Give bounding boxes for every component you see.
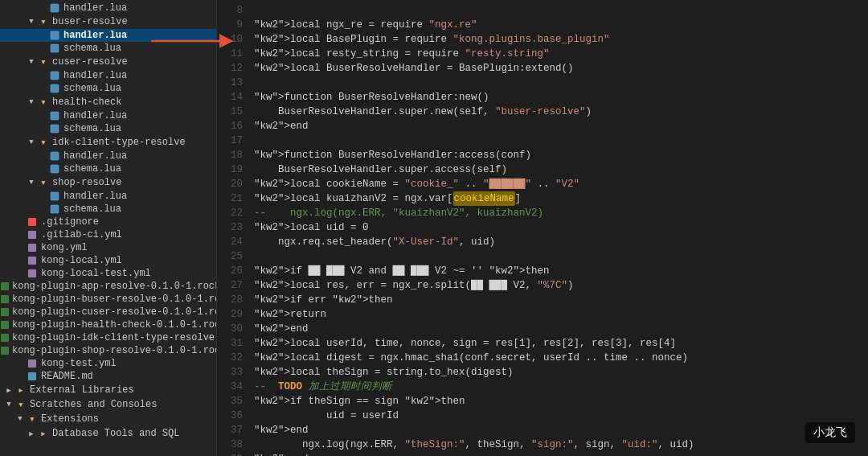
rockspec-icon <box>0 333 10 343</box>
svg-rect-10 <box>51 205 59 213</box>
tree-label: README.md <box>41 371 93 382</box>
line-number-34: 34 <box>217 380 243 394</box>
tree-item-31[interactable]: ▼▾Extensions <box>0 412 216 426</box>
line-number-28: 28 <box>217 293 243 307</box>
svg-rect-5 <box>51 112 59 120</box>
tree-label: buser-resolve <box>52 16 128 27</box>
tree-item-13[interactable]: ▼▾shop-resolve <box>0 175 216 190</box>
tree-item-25[interactable]: kong-plugin-idk-client-type-resolve-0.1.… <box>0 331 216 344</box>
line-number-10: 10 <box>217 32 243 47</box>
tree-item-3[interactable]: schema.lua <box>0 42 216 55</box>
tree-label: kong-plugin-cuser-resolve-0.1.0-1.rocksp… <box>12 306 217 318</box>
tree-label: External Libraries <box>30 384 134 396</box>
tree-item-9[interactable]: schema.lua <box>0 122 216 135</box>
code-line-31: "kw2">local userId, time, nonce, sign = … <box>254 336 862 351</box>
svg-rect-23 <box>28 372 36 380</box>
tree-item-11[interactable]: handler.lua <box>0 150 216 162</box>
tree-item-18[interactable]: kong.yml <box>0 241 216 254</box>
git-icon <box>26 217 39 227</box>
tree-item-30[interactable]: ▼▾Scratches and Consoles <box>0 397 216 412</box>
tree-label: kong-test.yml <box>41 358 117 369</box>
line-number-9: 9 <box>217 18 243 32</box>
tree-item-26[interactable]: kong-plugin-shop-resolve-0.1.0-1.rockspe… <box>0 344 216 357</box>
rockspec-icon <box>0 281 10 291</box>
tree-item-1[interactable]: ▼▾buser-resolve <box>0 14 216 29</box>
tree-item-6[interactable]: schema.lua <box>0 82 216 95</box>
code-line-13 <box>254 76 862 90</box>
tree-label: handler.lua <box>63 30 127 41</box>
tree-item-23[interactable]: kong-plugin-cuser-resolve-0.1.0-1.rocksp… <box>0 306 216 318</box>
tree-item-32[interactable]: ▶▸Database Tools and SQL <box>0 426 216 441</box>
code-line-9: "kw2">local ngx_re = require "ngx.re" <box>254 18 862 32</box>
yaml-icon <box>26 230 39 240</box>
tree-label: schema.lua <box>63 123 121 134</box>
tree-item-24[interactable]: kong-plugin-health-check-0.1.0-1.rockspe… <box>0 318 216 331</box>
code-line-30: "kw2">end <box>254 322 862 336</box>
tree-item-22[interactable]: kong-plugin-buser-resolve-0.1.0-1.rocksp… <box>0 293 216 306</box>
svg-rect-4 <box>51 84 59 92</box>
folder-icon: ▾ <box>26 413 39 425</box>
tree-label: Extensions <box>41 413 99 425</box>
lua-icon <box>48 43 61 53</box>
tree-item-2[interactable]: handler.lua <box>0 29 216 42</box>
tree-label: kong-local-test.yml <box>41 268 151 279</box>
code-line-35: "kw2">if theSign == sign "kw2">then <box>254 394 862 409</box>
tree-arrow: ▼ <box>26 138 37 146</box>
line-number-37: 37 <box>217 423 243 438</box>
rockspec-icon <box>0 307 10 317</box>
folder-icon: ▾ <box>14 398 27 411</box>
tree-label: kong-plugin-idk-client-type-resolve-0.1.… <box>12 332 217 343</box>
tree-arrow: ▶ <box>26 429 37 438</box>
line-number-23: 23 <box>217 220 243 235</box>
tree-item-14[interactable]: handler.lua <box>0 190 216 203</box>
tree-item-28[interactable]: README.md <box>0 370 216 383</box>
svg-rect-16 <box>1 282 9 290</box>
tree-item-16[interactable]: .gitignore <box>0 216 216 228</box>
code-line-23: "kw2">local uid = 0 <box>254 220 862 235</box>
tree-arrow: ▶ <box>3 386 14 395</box>
file-tree[interactable]: handler.lua▼▾buser-resolvehandler.luasch… <box>0 0 217 456</box>
tree-item-19[interactable]: kong-local.yml <box>0 254 216 267</box>
tree-item-27[interactable]: kong-test.yml <box>0 357 216 370</box>
tree-item-29[interactable]: ▶▸External Libraries <box>0 383 216 397</box>
line-number-18: 18 <box>217 148 243 162</box>
tree-item-7[interactable]: ▼▾health-check <box>0 95 216 109</box>
rockspec-icon <box>0 346 10 355</box>
lua-icon <box>48 71 61 80</box>
folder-icon: ▾ <box>37 55 50 68</box>
tree-arrow: ▼ <box>3 401 14 409</box>
line-number-16: 16 <box>217 119 243 134</box>
yaml-icon <box>26 256 39 265</box>
svg-rect-12 <box>28 231 36 239</box>
tree-item-4[interactable]: ▼▾cuser-resolve <box>0 55 216 69</box>
tree-item-17[interactable]: .gitlab-ci.yml <box>0 228 216 241</box>
lua-icon <box>48 31 61 40</box>
line-number-36: 36 <box>217 409 243 423</box>
tree-item-21[interactable]: kong-plugin-app-resolve-0.1.0-1.rockspec <box>0 280 216 293</box>
tree-item-15[interactable]: schema.lua <box>0 203 216 216</box>
svg-rect-9 <box>51 192 59 200</box>
tree-item-20[interactable]: kong-local-test.yml <box>0 267 216 280</box>
tree-item-0[interactable]: handler.lua <box>0 2 216 14</box>
svg-rect-21 <box>1 347 9 355</box>
tree-item-8[interactable]: handler.lua <box>0 109 216 122</box>
line-number-32: 32 <box>217 351 243 365</box>
code-line-11: "kw2">local resty_string = require "rest… <box>254 47 862 61</box>
line-number-39: 39 <box>217 452 243 456</box>
yaml-icon <box>26 359 39 368</box>
tree-arrow: ▼ <box>26 58 37 66</box>
tree-label: shop-resolve <box>52 177 121 188</box>
tree-label: schema.lua <box>63 83 121 94</box>
tree-item-10[interactable]: ▼▾idk-client-type-resolve <box>0 135 216 150</box>
folder-icon: ▾ <box>37 15 50 28</box>
code-line-21: "kw2">local kuaizhanV2 = ngx.var[cookieN… <box>254 191 862 206</box>
lua-icon <box>48 204 61 214</box>
tree-label: cuser-resolve <box>52 56 128 68</box>
code-line-14: "kw">function BuserResolveHandler:new() <box>254 90 862 105</box>
tree-item-5[interactable]: handler.lua <box>0 69 216 82</box>
code-line-39: "kw2">end <box>254 452 862 456</box>
tree-label: kong-plugin-shop-resolve-0.1.0-1.rockspe… <box>12 345 217 356</box>
code-line-17 <box>254 134 862 148</box>
tree-item-12[interactable]: schema.lua <box>0 162 216 175</box>
svg-rect-17 <box>1 295 9 303</box>
